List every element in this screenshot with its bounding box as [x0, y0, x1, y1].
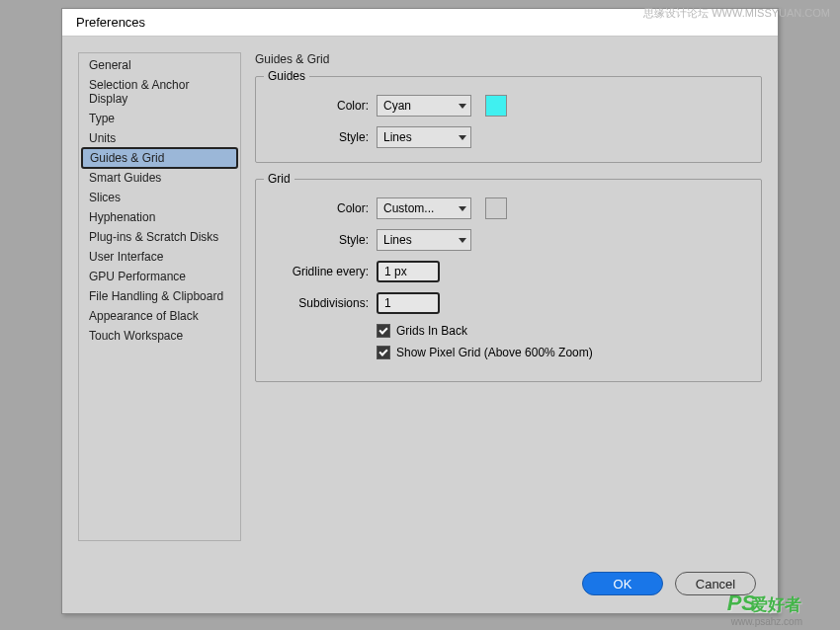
sidebar-item-appearance-black[interactable]: Appearance of Black [79, 306, 240, 326]
sidebar-item-touch-workspace[interactable]: Touch Workspace [79, 326, 240, 346]
grid-style-value: Lines [383, 233, 412, 247]
guides-color-select[interactable]: Cyan [377, 95, 471, 117]
guides-color-value: Cyan [383, 99, 411, 113]
show-pixel-grid-label: Show Pixel Grid (Above 600% Zoom) [396, 346, 593, 359]
check-icon [378, 347, 387, 355]
grid-color-label: Color: [270, 201, 369, 215]
sidebar-item-smart-guides[interactable]: Smart Guides [79, 168, 240, 188]
guides-style-select[interactable]: Lines [377, 126, 471, 148]
guides-style-label: Style: [270, 130, 369, 144]
sidebar-item-gpu-performance[interactable]: GPU Performance [79, 267, 240, 286]
sidebar-item-type[interactable]: Type [79, 109, 240, 128]
guides-legend: Guides [264, 69, 309, 83]
sidebar-item-general[interactable]: General [79, 55, 240, 75]
panel-heading: Guides & Grid [255, 52, 762, 66]
grid-color-swatch[interactable] [485, 197, 507, 219]
grid-style-select[interactable]: Lines [377, 229, 471, 251]
sidebar-item-selection-anchor[interactable]: Selection & Anchor Display [79, 75, 240, 109]
sidebar-item-user-interface[interactable]: User Interface [79, 247, 240, 267]
chevron-down-icon [459, 104, 466, 109]
watermark-top: 思缘设计论坛 WWW.MISSYUAN.COM [643, 6, 830, 21]
sidebar-item-slices[interactable]: Slices [79, 188, 240, 207]
ok-button[interactable]: OK [582, 572, 663, 595]
preferences-sidebar: General Selection & Anchor Display Type … [78, 52, 241, 541]
dialog-content: General Selection & Anchor Display Type … [62, 37, 778, 570]
watermark-cn: 爱好者 [751, 593, 801, 616]
grid-legend: Grid [264, 172, 294, 186]
show-pixel-grid-checkbox[interactable] [377, 346, 390, 359]
guides-color-label: Color: [270, 99, 369, 113]
subdivisions-label: Subdivisions: [270, 296, 369, 310]
watermark-url: www.psahz.com [731, 616, 802, 627]
sidebar-item-hyphenation[interactable]: Hyphenation [79, 207, 240, 227]
subdivisions-input[interactable]: 1 [377, 292, 440, 314]
guides-fieldset: Guides Color: Cyan Style: Lines [255, 76, 762, 163]
sidebar-item-guides-grid[interactable]: Guides & Grid [81, 147, 238, 169]
grid-fieldset: Grid Color: Custom... Style: Lines [255, 179, 762, 382]
grid-color-select[interactable]: Custom... [377, 197, 471, 219]
main-panel: Guides & Grid Guides Color: Cyan Style: … [255, 52, 762, 554]
grid-style-label: Style: [270, 233, 369, 247]
guides-style-value: Lines [383, 130, 412, 144]
sidebar-item-file-handling[interactable]: File Handling & Clipboard [79, 286, 240, 306]
sidebar-item-units[interactable]: Units [79, 128, 240, 148]
check-icon [378, 325, 387, 334]
sidebar-item-plugins-scratch[interactable]: Plug-ins & Scratch Disks [79, 227, 240, 247]
chevron-down-icon [459, 238, 466, 243]
chevron-down-icon [459, 206, 466, 211]
grids-in-back-label: Grids In Back [396, 324, 467, 338]
guides-color-swatch[interactable] [485, 95, 507, 117]
preferences-dialog: Preferences General Selection & Anchor D… [61, 8, 779, 614]
grid-color-value: Custom... [383, 201, 434, 215]
gridline-every-input[interactable]: 1 px [377, 261, 440, 282]
chevron-down-icon [459, 135, 466, 140]
grids-in-back-checkbox[interactable] [377, 324, 390, 338]
gridline-every-label: Gridline every: [270, 265, 369, 278]
